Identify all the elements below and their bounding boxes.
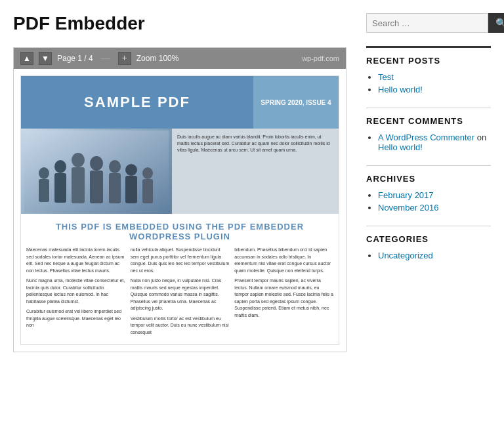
recent-posts-title: RECENT POSTS: [366, 56, 491, 66]
archive-link-nov2016[interactable]: November 2016: [378, 203, 439, 213]
comment-entry: A WordPress Commenter on Hello world!: [378, 133, 486, 152]
pdf-col-3: bibendum. Phasellus bibendum orci id sap…: [234, 247, 333, 339]
svg-rect-8: [90, 171, 103, 203]
pdf-col2-para3: Vestibulum mollis tortor ac est vestibul…: [131, 316, 230, 337]
recent-post-link-hello[interactable]: Hello world!: [378, 85, 423, 94]
svg-point-13: [142, 167, 153, 179]
main-content: PDF Embedder ▲ ▼ Page 1 / 4 — + Zoom 100…: [13, 13, 346, 365]
divider-3: [366, 165, 491, 166]
zoom-info: Zoom 100%: [136, 54, 179, 63]
search-input[interactable]: [366, 13, 488, 33]
pdf-col3-para1: bibendum. Phasellus bibendum orci id sap…: [234, 247, 333, 274]
wp-link: wp-pdf.com: [302, 54, 339, 62]
list-item: Test: [378, 72, 491, 82]
pdf-col-2: nulla vehicula aliquet. Suspendisse tinc…: [131, 247, 230, 339]
divider-2: [366, 108, 491, 108]
categories-title: CATEGORIES: [366, 234, 491, 244]
archives-list: February 2017 November 2016: [366, 190, 491, 213]
pdf-embed-title: THIS PDF IS EMBEDDED USING THE PDF EMBED…: [21, 214, 339, 247]
pdf-photo-inner: [21, 129, 172, 214]
categories-list: Uncategorized: [366, 251, 491, 260]
svg-point-11: [125, 164, 137, 176]
archives-title: ARCHIVES: [366, 174, 491, 184]
svg-point-5: [72, 153, 85, 167]
people-illustration: [24, 131, 169, 213]
pdf-col2-para2: Nulla non justo neque, in vulputate nisi…: [131, 277, 230, 312]
zoom-out-button[interactable]: +: [118, 52, 131, 65]
prev-down-button[interactable]: ▼: [39, 52, 52, 65]
archive-link-feb2017[interactable]: February 2017: [378, 190, 434, 200]
pdf-header: SAMPLE PDF SPRING 2020, ISSUE 4: [21, 76, 339, 129]
search-button[interactable]: 🔍: [488, 13, 504, 33]
svg-rect-6: [72, 167, 85, 203]
pdf-col-1: Maecenas malesuada elit lacinia lorem ia…: [26, 247, 125, 339]
recent-posts-list: Test Hello world!: [366, 72, 491, 94]
comment-post-link[interactable]: Hello world!: [378, 142, 423, 152]
list-item: A WordPress Commenter on Hello world!: [378, 133, 491, 152]
top-divider: [366, 46, 491, 48]
search-icon: 🔍: [495, 18, 504, 28]
separator: —: [101, 53, 110, 64]
pdf-body-text: Maecenas malesuada elit lacinia lorem ia…: [21, 247, 339, 344]
svg-point-3: [54, 160, 66, 173]
recent-comments-section: RECENT COMMENTS A WordPress Commenter on…: [366, 116, 491, 152]
sidebar: 🔍 RECENT POSTS Test Hello world! RECENT …: [366, 13, 491, 365]
svg-rect-14: [142, 179, 153, 203]
pdf-col3-para2: Praesent tempor mauris sapien, ac viverr…: [234, 277, 333, 319]
svg-point-7: [90, 156, 103, 171]
pdf-header-right: SPRING 2020, ISSUE 4: [253, 76, 339, 129]
pdf-col1-para3: Curabitur euismod erat vel libero imperd…: [26, 308, 125, 329]
archives-section: ARCHIVES February 2017 November 2016: [366, 174, 491, 213]
pdf-sample-title: SAMPLE PDF: [84, 94, 190, 111]
pdf-inner-text-col: Duis iaculis augue ac diam varius blandi…: [172, 129, 339, 214]
commenter-link[interactable]: A WordPress Commenter: [378, 133, 474, 142]
pdf-middle: Duis iaculis augue ac diam varius blandi…: [21, 129, 339, 214]
pdf-inner-text: Duis iaculis augue ac diam varius blandi…: [177, 134, 333, 153]
list-item: Hello world!: [378, 85, 491, 94]
pdf-col1-para1: Maecenas malesuada elit lacinia lorem ia…: [26, 247, 125, 274]
list-item: February 2017: [378, 190, 491, 200]
pdf-toolbar: ▲ ▼ Page 1 / 4 — + Zoom 100% wp-pdf.com: [14, 48, 346, 69]
svg-rect-4: [54, 173, 66, 203]
recent-posts-section: RECENT POSTS Test Hello world!: [366, 56, 491, 94]
pdf-col2-para1: nulla vehicula aliquet. Suspendisse tinc…: [131, 247, 230, 274]
svg-point-9: [109, 160, 121, 173]
recent-comments-title: RECENT COMMENTS: [366, 116, 491, 126]
category-link-uncategorized[interactable]: Uncategorized: [378, 251, 433, 260]
list-item: November 2016: [378, 203, 491, 213]
recent-post-link-test[interactable]: Test: [378, 72, 394, 82]
svg-rect-2: [39, 179, 49, 202]
svg-point-1: [39, 167, 49, 179]
pdf-header-left: SAMPLE PDF: [21, 76, 253, 129]
page-info: Page 1 / 4: [57, 54, 93, 63]
recent-comments-list: A WordPress Commenter on Hello world!: [366, 133, 491, 152]
pdf-col1-para2: Nunc magna urna, molestie vitae consecte…: [26, 277, 125, 305]
on-text: on: [477, 133, 486, 142]
pdf-page: SAMPLE PDF SPRING 2020, ISSUE 4: [20, 75, 339, 345]
pdf-issue-text: SPRING 2020, ISSUE 4: [261, 99, 331, 106]
pdf-photo: [21, 129, 172, 214]
site-title: PDF Embedder: [13, 13, 346, 34]
categories-section: CATEGORIES Uncategorized: [366, 234, 491, 260]
svg-rect-12: [125, 176, 137, 203]
pdf-viewer: ▲ ▼ Page 1 / 4 — + Zoom 100% wp-pdf.com …: [13, 47, 346, 352]
pdf-content: SAMPLE PDF SPRING 2020, ISSUE 4: [14, 69, 346, 352]
prev-up-button[interactable]: ▲: [20, 52, 33, 65]
divider-4: [366, 226, 491, 226]
svg-rect-10: [109, 173, 121, 203]
search-widget: 🔍: [366, 13, 491, 33]
list-item: Uncategorized: [378, 251, 491, 260]
